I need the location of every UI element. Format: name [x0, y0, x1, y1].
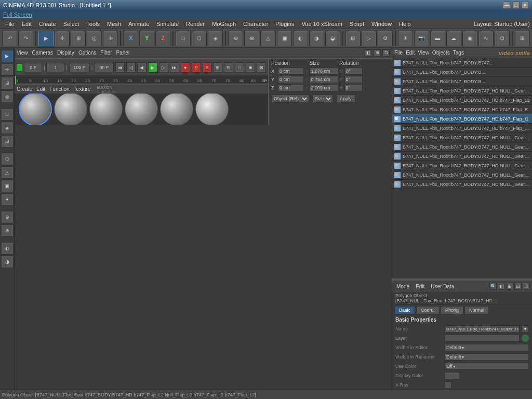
x-pos-input[interactable]: [278, 68, 304, 75]
name-prop-value[interactable]: B747_NULL.Fbx_Root:b747_BODY:B747_H: [444, 325, 520, 332]
props-search-icon[interactable]: 🔍: [489, 283, 497, 290]
disp-color-swatch[interactable]: [444, 372, 460, 379]
camera-button[interactable]: 📷: [414, 31, 429, 46]
object-list[interactable]: ▣ B747_NULL.Fbx_Root:b747_BODY:B747... ▣…: [392, 58, 532, 278]
vis-render-value[interactable]: Default: [444, 353, 529, 361]
tool3-button[interactable]: △: [260, 31, 275, 46]
tool-left-12[interactable]: ⊕: [1, 211, 14, 223]
frame-step-input[interactable]: [46, 63, 64, 72]
render-button[interactable]: ▷: [362, 31, 377, 46]
menu-plugins[interactable]: Plugins: [272, 20, 297, 28]
deform-button[interactable]: ⌬: [495, 31, 510, 46]
mat-texture[interactable]: Texture: [74, 86, 91, 92]
select-left-button[interactable]: ▶: [1, 50, 14, 62]
props-edit-tab[interactable]: Edit: [414, 283, 427, 290]
vp-menu-options[interactable]: Options: [78, 50, 96, 56]
close-button[interactable]: ✕: [522, 2, 529, 9]
prop-tab-basic[interactable]: Basic: [394, 306, 415, 314]
prop-tab-coord[interactable]: Coord.: [416, 306, 440, 314]
nav2-button[interactable]: ⊟: [224, 62, 233, 73]
menu-script[interactable]: Script: [347, 20, 367, 28]
redo-button[interactable]: ↷: [18, 31, 33, 46]
menu-file[interactable]: File: [2, 20, 18, 28]
fullscreen-label[interactable]: Full Screen: [3, 11, 32, 18]
scale-left-button[interactable]: ⊞: [1, 77, 14, 89]
vp-menu-cameras[interactable]: Cameras: [32, 50, 54, 56]
name-expand-btn[interactable]: ▼: [522, 325, 529, 332]
tool-left-11[interactable]: ✦: [1, 193, 14, 206]
vp-menu-view[interactable]: View: [17, 50, 28, 56]
menu-mograph[interactable]: MoGraph: [209, 20, 239, 28]
obj-item-2[interactable]: ▣ B747_NULL.Fbx_Root:b747_BODY:B...: [392, 77, 532, 86]
undo-button[interactable]: ↶: [2, 31, 17, 46]
tool-left-14[interactable]: ◐: [1, 242, 14, 255]
z-axis-button[interactable]: Z: [155, 31, 170, 46]
obj-item-3[interactable]: ▣ B747_NULL.Fbx_Root:b747_BODY:B747_HD:N…: [392, 86, 532, 96]
env-button[interactable]: ◉: [462, 31, 477, 46]
z-rot-input[interactable]: [344, 84, 363, 91]
menu-animate[interactable]: Animate: [125, 20, 152, 28]
menu-window[interactable]: Window: [368, 20, 395, 28]
scale-tool-button[interactable]: ⊞: [71, 31, 86, 46]
y-size-input[interactable]: [310, 76, 338, 83]
vp-menu-panel[interactable]: Panel: [116, 50, 130, 56]
obj-item-10[interactable]: ▣ B747_NULL.Fbx_Root:b747_BODY:B747_HD:N…: [392, 152, 532, 161]
y-axis-button[interactable]: Y: [139, 31, 154, 46]
play-button[interactable]: ▶: [148, 62, 157, 73]
tool-left-13[interactable]: ⊗: [1, 224, 14, 237]
props-mode-tab[interactable]: Mode: [394, 283, 411, 290]
move-tool-button[interactable]: ✛: [55, 31, 70, 46]
props-userdata-tab[interactable]: User Data: [429, 283, 456, 290]
z-pos-input[interactable]: [278, 84, 304, 91]
prop-tab-phong[interactable]: Phong: [441, 306, 463, 314]
select-tool-button[interactable]: ▶: [38, 31, 54, 46]
menu-vue[interactable]: Vue 10 xStream: [298, 20, 345, 28]
coord-mode-select[interactable]: Object (Rel) Object (Abs) World: [271, 95, 309, 103]
render-settings-button[interactable]: ⚙: [378, 31, 393, 46]
obj-menu-objects[interactable]: Objects: [432, 50, 450, 56]
tool-left-8[interactable]: ⬡: [1, 153, 14, 165]
tool-left-5[interactable]: □: [1, 108, 14, 121]
tool6-button[interactable]: ◑: [309, 31, 324, 46]
menu-tools[interactable]: Tools: [83, 20, 103, 28]
menu-mesh[interactable]: Mesh: [104, 20, 124, 28]
rec-scale-button[interactable]: S: [203, 62, 212, 73]
obj-item-5[interactable]: ▣ B747_NULL.Fbx_Root:b747_BODY:B747_HD:b…: [392, 105, 532, 114]
props-icon5[interactable]: □: [523, 283, 530, 290]
xray-checkbox[interactable]: [444, 381, 451, 389]
nav1-button[interactable]: ⊞: [213, 62, 222, 73]
tool-left-7[interactable]: ⊡: [1, 135, 14, 148]
menu-select[interactable]: Select: [60, 20, 83, 28]
material-3[interactable]: [125, 94, 158, 125]
goto-end-button[interactable]: ⏭: [170, 62, 179, 73]
obj-item-0[interactable]: ▣ B747_NULL.Fbx_Root:b747_BODY:B747...: [392, 58, 532, 68]
menu-render[interactable]: Render: [183, 20, 208, 28]
maximize-button[interactable]: □: [512, 2, 520, 9]
tool-left-15[interactable]: ◑: [1, 256, 14, 268]
edge-mode-button[interactable]: ⬡: [192, 31, 207, 46]
play-back-button[interactable]: ◀: [137, 62, 147, 73]
obj-menu-view[interactable]: View: [418, 50, 429, 56]
layer-color-btn[interactable]: [522, 335, 529, 342]
mat-function[interactable]: Function: [49, 86, 69, 92]
step-fwd-button[interactable]: ▷: [159, 62, 168, 73]
y-pos-input[interactable]: [278, 76, 304, 83]
vp-icon-2[interactable]: ⊞: [374, 49, 381, 57]
mat-edit[interactable]: Edit: [36, 86, 45, 92]
vp-menu-filter[interactable]: Filter: [100, 50, 112, 56]
record-button[interactable]: ●: [181, 62, 190, 73]
minimize-button[interactable]: —: [503, 2, 510, 9]
use-color-value[interactable]: Off: [444, 363, 529, 370]
mat-create[interactable]: Create: [17, 86, 32, 92]
prop-tab-normal[interactable]: Normal: [464, 306, 489, 314]
floor-button[interactable]: ▬: [430, 31, 445, 46]
obj-item-4[interactable]: ▣ B747_NULL.Fbx_Root:b747_BODY:B747_HD:b…: [392, 96, 532, 105]
transform-tool-button[interactable]: ✛: [103, 31, 118, 46]
x-rot-input[interactable]: [344, 68, 363, 75]
x-axis-button[interactable]: X: [123, 31, 138, 46]
coord-size-select[interactable]: Size: [312, 95, 333, 103]
obj-item-7[interactable]: ▣ B747_NULL.Fbx_Root:b747_BODY:B747_HD:b…: [392, 124, 532, 133]
material-5[interactable]: [195, 94, 229, 125]
material-1[interactable]: [54, 94, 87, 125]
props-icon2[interactable]: ◧: [498, 283, 505, 290]
